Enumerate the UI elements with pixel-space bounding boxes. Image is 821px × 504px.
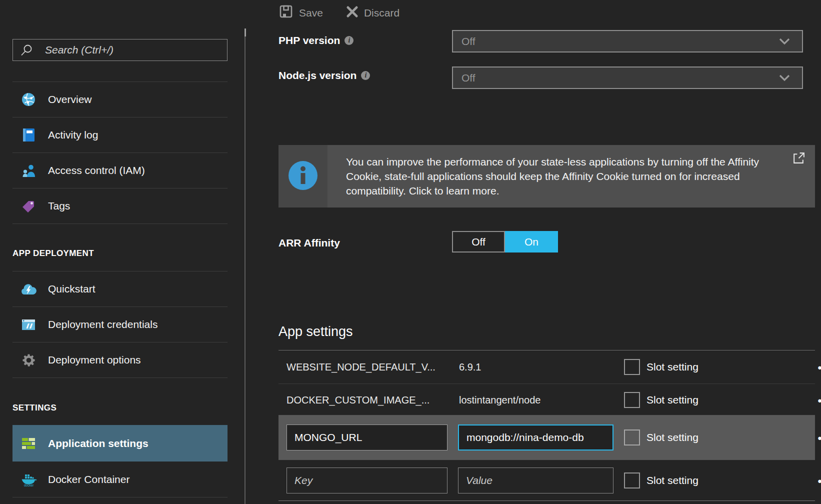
search-icon [20, 44, 33, 56]
slot-setting-label: Slot setting [646, 432, 698, 444]
sidebar-nav-deployment: Quickstart Deployment credentials [12, 271, 228, 378]
svg-text:docker: docker [24, 484, 34, 487]
app-setting-row: WEBSITE_NODE_DEFAULT_V... 6.9.1 Slot set… [278, 350, 815, 384]
node-version-label-row: Node.js version i [278, 66, 370, 84]
sidebar-item-label: Overview [48, 94, 92, 106]
php-version-value: Off [462, 36, 779, 48]
node-version-label: Node.js version [278, 70, 356, 82]
php-version-label-row: PHP version i [278, 32, 354, 50]
blade-sidebar: Overview Activity log [0, 0, 244, 504]
sidebar-item-label: Deployment credentials [48, 318, 158, 330]
search-input[interactable] [33, 44, 227, 56]
setting-value-input[interactable] [458, 424, 614, 450]
app-setting-row: DOCKER_CUSTOM_IMAGE_... lostintangent/no… [278, 384, 815, 415]
sidebar-item-label: Access control (IAM) [48, 164, 145, 176]
sidebar-item-activity-log[interactable]: Activity log [12, 118, 228, 153]
slot-setting-label: Slot setting [646, 474, 698, 486]
arr-affinity-label: ARR Affinity [278, 237, 340, 249]
sliders-icon [20, 436, 37, 451]
slot-setting-label: Slot setting [646, 394, 698, 406]
chevron-down-icon [779, 38, 790, 45]
app-setting-row-editing: Slot setting ●●● [278, 415, 815, 460]
sidebar-item-label: Quickstart [48, 283, 96, 295]
slot-setting-checkbox[interactable] [624, 359, 640, 375]
node-version-value: Off [462, 72, 779, 84]
row-menu-button[interactable]: ●●● [818, 363, 821, 372]
setting-key: DOCKER_CUSTOM_IMAGE_... [286, 394, 430, 406]
discard-x-icon [346, 6, 358, 20]
save-button[interactable]: Save [278, 4, 323, 22]
cloud-lightning-icon [20, 282, 37, 296]
command-bar: Save Discard [278, 4, 400, 22]
banner-text-zone: You can improve the performance of your … [328, 145, 815, 208]
sidebar-item-label: Deployment options [48, 354, 141, 366]
tag-icon [20, 198, 37, 214]
info-icon: i [361, 71, 370, 80]
people-icon [20, 163, 37, 178]
chevron-down-icon [779, 74, 790, 82]
setting-key: WEBSITE_NODE_DEFAULT_V... [286, 362, 436, 373]
discard-button[interactable]: Discard [346, 6, 400, 20]
app-settings-title: App settings [278, 324, 353, 340]
sidebar-item-label: Application settings [48, 438, 148, 450]
azure-portal-blade: Overview Activity log [0, 0, 821, 504]
sidebar-search[interactable] [12, 39, 228, 61]
php-version-dropdown[interactable]: Off [452, 30, 803, 52]
docker-whale-icon: docker [20, 472, 37, 487]
arr-affinity-off-button[interactable]: Off [452, 231, 505, 252]
row-menu-button[interactable]: ●●● [818, 396, 821, 404]
globe-icon [20, 92, 37, 107]
new-key-input[interactable] [286, 468, 448, 494]
gear-icon [20, 353, 37, 368]
sidebar-item-label: Tags [48, 200, 70, 212]
sidebar-item-quickstart[interactable]: Quickstart [12, 272, 228, 307]
application-settings-content: Save Discard PHP version i Off [246, 0, 821, 504]
setting-key-input[interactable] [286, 424, 448, 450]
sidebar-item-deployment-credentials[interactable]: Deployment credentials [12, 307, 228, 342]
arr-affinity-label-row: ARR Affinity [278, 234, 340, 252]
sidebar-item-label: Activity log [48, 129, 98, 141]
banner-icon-zone [278, 145, 328, 208]
setting-value: 6.9.1 [459, 362, 481, 373]
external-link-icon[interactable] [792, 152, 806, 165]
save-icon [278, 4, 294, 22]
banner-message: You can improve the performance of your … [346, 154, 771, 198]
save-label: Save [299, 7, 323, 19]
sidebar-item-deployment-options[interactable]: Deployment options [12, 342, 228, 378]
window-code-icon [20, 318, 37, 332]
section-header-app-deployment: APP DEPLOYMENT [12, 248, 94, 258]
sidebar-item-access-control[interactable]: Access control (IAM) [12, 153, 228, 188]
sidebar-item-overview[interactable]: Overview [12, 82, 228, 118]
setting-value: lostintangent/node [459, 394, 540, 406]
node-version-dropdown[interactable]: Off [452, 66, 803, 89]
slot-setting-checkbox[interactable] [624, 472, 640, 488]
slot-setting-label: Slot setting [646, 361, 698, 373]
sidebar-item-label: Docker Container [48, 474, 130, 486]
row-menu-button[interactable]: ●●● [818, 434, 821, 442]
row-menu-button[interactable]: ●●● [818, 476, 821, 484]
arr-affinity-info-banner[interactable]: You can improve the performance of your … [278, 145, 815, 208]
sidebar-nav-general: Overview Activity log [12, 82, 228, 224]
arr-affinity-on-button[interactable]: On [505, 231, 558, 252]
journal-icon [20, 128, 37, 142]
php-version-label: PHP version [278, 34, 340, 46]
sidebar-item-application-settings[interactable]: Application settings [12, 425, 228, 462]
slot-setting-checkbox[interactable] [624, 392, 640, 408]
info-circle-icon [288, 160, 318, 193]
section-header-settings: SETTINGS [12, 403, 56, 413]
sidebar-item-tags[interactable]: Tags [12, 188, 228, 224]
arr-affinity-toggle: Off On [452, 231, 558, 252]
info-icon: i [344, 36, 354, 45]
new-value-input[interactable] [458, 468, 614, 494]
app-setting-row-new: Slot setting ●●● [278, 460, 815, 501]
slot-setting-checkbox[interactable] [624, 430, 640, 446]
discard-label: Discard [364, 7, 400, 19]
sidebar-item-docker-container[interactable]: docker Docker Container [12, 462, 228, 498]
